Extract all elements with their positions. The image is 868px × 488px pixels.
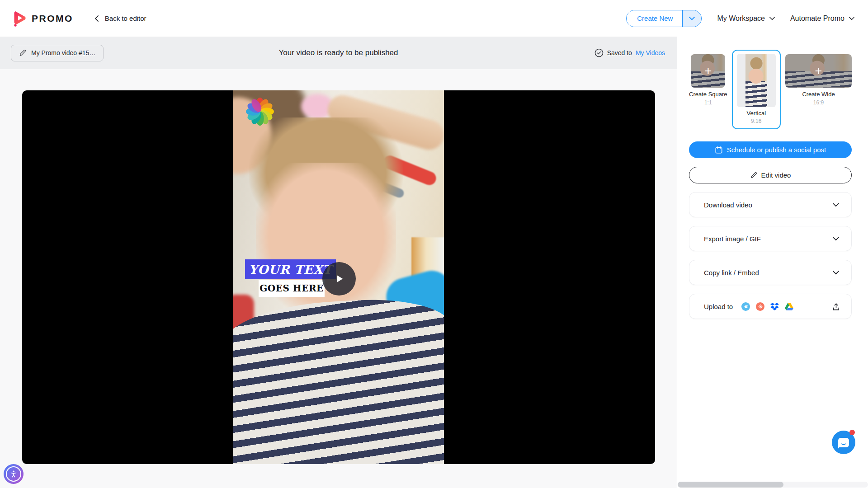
publish-sidebar: + Create Square 1:1 Vertical 9:16 + (677, 37, 868, 488)
format-picker: + Create Square 1:1 Vertical 9:16 + (689, 50, 852, 129)
check-circle-icon (594, 48, 604, 57)
accordion-label: Export image / GIF (704, 235, 761, 243)
accessibility-button[interactable] (4, 464, 24, 484)
format-ratio: 9:16 (751, 118, 761, 124)
format-wide[interactable]: + Create Wide 16:9 (785, 50, 852, 106)
hubspot-icon (756, 302, 764, 311)
back-label: Back to editor (105, 14, 146, 22)
status-bar: My Promo video #15… Your video is ready … (0, 37, 677, 69)
accessibility-person-icon (9, 470, 18, 478)
horizontal-scrollbar[interactable] (678, 482, 868, 488)
chat-bubble-icon (838, 438, 849, 447)
chevron-down-icon (833, 271, 839, 275)
plus-icon: + (785, 54, 852, 88)
chevron-down-icon (769, 17, 775, 20)
hubspot-upload-button[interactable] (756, 302, 764, 311)
edit-video-button[interactable]: Edit video (689, 167, 852, 183)
format-vertical[interactable]: Vertical 9:16 (732, 50, 781, 129)
upload-export-button[interactable] (832, 302, 840, 311)
pencil-icon (750, 172, 757, 179)
upload-to-card: Upload to (689, 294, 852, 319)
schedule-publish-button[interactable]: Schedule or publish a social post (689, 141, 852, 158)
my-workspace-menu[interactable]: My Workspace (717, 14, 775, 23)
automate-promo-menu[interactable]: Automate Promo (790, 14, 854, 23)
plus-icon: + (691, 54, 725, 88)
promo-logo[interactable]: PROMO (13, 10, 73, 27)
format-label: Create Square (689, 91, 727, 98)
video-name-badge[interactable]: My Promo video #15… (11, 45, 104, 61)
format-label: Vertical (746, 110, 766, 117)
google-drive-icon (785, 303, 793, 310)
app: PROMO Back to editor Create New My Works… (0, 0, 868, 488)
scrollbar-thumb[interactable] (678, 482, 783, 488)
wide-thumbnail: + (785, 54, 852, 88)
google-drive-upload-button[interactable] (785, 303, 793, 310)
format-square[interactable]: + Create Square 1:1 (689, 50, 727, 106)
video-name-label: My Promo video #15… (31, 49, 95, 56)
video-player: YOUR TEXT GOES HERE (22, 90, 655, 464)
my-videos-link[interactable]: My Videos (636, 49, 665, 56)
format-ratio: 1:1 (704, 99, 712, 106)
saved-label: Saved to (607, 49, 632, 56)
sendible-icon (741, 302, 750, 311)
top-nav: PROMO Back to editor Create New My Works… (0, 0, 868, 37)
nav-left: PROMO Back to editor (13, 10, 146, 27)
upload-to-label: Upload to (704, 303, 733, 310)
pinwheel-logo-icon (245, 97, 275, 127)
workspace: My Promo video #15… Your video is ready … (0, 37, 868, 488)
edit-video-label: Edit video (761, 171, 791, 179)
main-area: My Promo video #15… Your video is ready … (0, 37, 677, 488)
dropbox-upload-button[interactable] (770, 303, 779, 310)
scene-layer (233, 296, 444, 464)
upload-icon (832, 302, 840, 311)
calendar-icon (715, 146, 723, 154)
saved-status: Saved to My Videos (594, 48, 665, 57)
create-new-button[interactable]: Create New (627, 10, 682, 27)
automate-promo-label: Automate Promo (790, 14, 844, 23)
copy-link-embed-accordion[interactable]: Copy link / Embed (689, 260, 852, 285)
accordion-label: Copy link / Embed (704, 269, 759, 277)
create-new-dropdown-button[interactable] (682, 10, 701, 27)
chevron-down-icon (833, 237, 839, 241)
format-label: Create Wide (802, 91, 835, 98)
accessibility-ring (6, 466, 21, 482)
video-frame: YOUR TEXT GOES HERE (233, 90, 444, 464)
vertical-thumbnail-frame (745, 54, 767, 107)
square-thumbnail: + (691, 54, 725, 88)
back-button[interactable]: Back to editor (94, 14, 146, 22)
vertical-thumbnail (737, 54, 776, 107)
schedule-publish-label: Schedule or publish a social post (727, 146, 826, 154)
promo-play-icon (13, 10, 27, 27)
video-text-overlay-line2: GOES HERE (259, 280, 325, 297)
upload-targets (741, 302, 793, 311)
play-button[interactable] (322, 262, 356, 296)
nav-right: Create New My Workspace Automate Promo (626, 10, 854, 27)
sendible-upload-button[interactable] (741, 302, 750, 311)
chevron-left-icon (94, 15, 99, 22)
chevron-down-icon (689, 17, 695, 20)
export-image-gif-accordion[interactable]: Export image / GIF (689, 226, 852, 251)
format-ratio: 16:9 (813, 99, 824, 106)
chat-button[interactable] (832, 431, 855, 454)
notification-dot (849, 430, 855, 435)
pencil-icon (19, 49, 26, 56)
chevron-down-icon (849, 17, 854, 20)
brand-name: PROMO (32, 13, 73, 24)
download-video-accordion[interactable]: Download video (689, 192, 852, 217)
create-new-split: Create New (626, 10, 702, 27)
play-icon (333, 272, 345, 285)
dropbox-icon (770, 303, 779, 310)
accordion-label: Download video (704, 201, 752, 209)
my-workspace-label: My Workspace (717, 14, 765, 23)
chevron-down-icon (833, 203, 839, 207)
